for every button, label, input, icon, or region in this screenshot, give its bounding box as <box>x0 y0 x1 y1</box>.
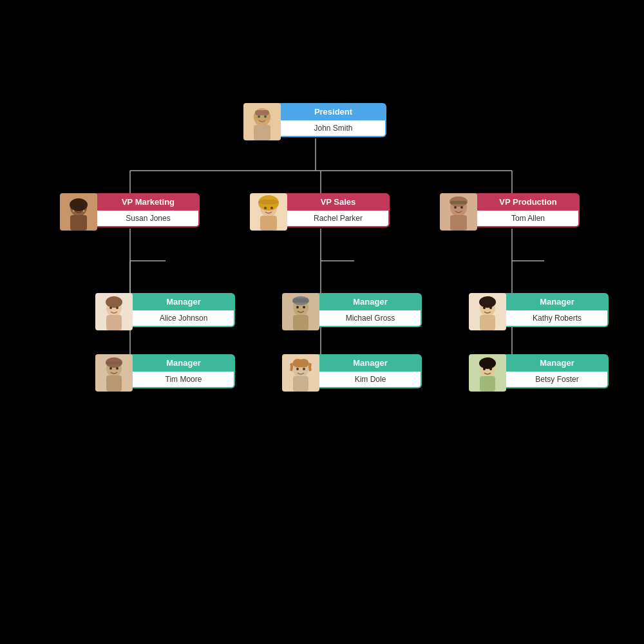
svg-point-67 <box>303 306 305 308</box>
vp-marketing-photo <box>60 193 97 231</box>
svg-rect-61 <box>106 361 122 365</box>
mgr-alice-photo <box>95 293 133 330</box>
mgr-kathy-card: Manager Kathy Roberts <box>470 293 609 327</box>
svg-point-32 <box>74 206 77 209</box>
svg-point-78 <box>483 307 486 309</box>
president-card: President John Smith <box>245 103 386 137</box>
svg-point-52 <box>106 296 122 308</box>
svg-point-72 <box>296 368 299 370</box>
svg-point-31 <box>70 198 88 211</box>
svg-point-73 <box>303 368 305 370</box>
vp-production-card: VP Production Tom Allen <box>441 193 580 227</box>
svg-point-47 <box>460 206 463 209</box>
mgr-alice-card: Manager Alice Johnson <box>97 293 235 327</box>
svg-point-84 <box>483 368 486 370</box>
vp-marketing-card: VP Marketing Susan Jones <box>61 193 200 227</box>
svg-point-77 <box>479 296 496 308</box>
mgr-betsy-photo <box>469 354 506 392</box>
svg-rect-71 <box>293 376 308 392</box>
svg-point-46 <box>454 206 457 209</box>
svg-point-41 <box>270 207 273 209</box>
svg-point-40 <box>264 207 267 209</box>
svg-point-79 <box>489 307 492 309</box>
svg-point-66 <box>296 306 299 308</box>
svg-point-83 <box>479 357 496 369</box>
svg-rect-48 <box>450 201 467 204</box>
svg-point-60 <box>116 367 118 370</box>
svg-rect-30 <box>70 215 87 231</box>
svg-rect-51 <box>106 315 122 330</box>
svg-rect-57 <box>106 375 122 392</box>
svg-point-25 <box>258 115 260 118</box>
svg-rect-76 <box>480 315 495 330</box>
svg-rect-23 <box>254 125 270 140</box>
svg-point-53 <box>109 307 112 309</box>
mgr-tim-card: Manager Tim Moore <box>97 354 235 388</box>
vp-sales-card: VP Sales Rachel Parker <box>251 193 390 227</box>
svg-rect-68 <box>293 298 308 303</box>
mgr-kim-photo <box>282 354 319 392</box>
vp-production-photo <box>440 193 477 231</box>
svg-rect-64 <box>293 315 308 330</box>
president-photo <box>243 103 281 140</box>
org-chart: President John Smith VP Marketing Susan … <box>32 64 612 580</box>
svg-point-33 <box>80 206 83 209</box>
svg-rect-27 <box>255 110 269 115</box>
svg-rect-34 <box>73 210 74 212</box>
mgr-kathy-photo <box>469 293 506 330</box>
svg-point-59 <box>109 367 112 370</box>
svg-rect-82 <box>480 376 495 392</box>
mgr-michael-photo <box>282 293 319 330</box>
vp-sales-photo <box>250 193 287 231</box>
svg-point-26 <box>264 115 267 118</box>
svg-rect-35 <box>83 210 84 212</box>
mgr-kim-card: Manager Kim Dole <box>283 354 422 388</box>
svg-rect-38 <box>260 216 277 231</box>
svg-point-54 <box>116 307 118 309</box>
mgr-michael-card: Manager Michael Gross <box>283 293 422 327</box>
mgr-tim-photo <box>95 354 133 392</box>
mgr-betsy-card: Manager Betsy Foster <box>470 354 609 388</box>
svg-point-85 <box>489 368 492 370</box>
svg-rect-44 <box>450 215 467 231</box>
